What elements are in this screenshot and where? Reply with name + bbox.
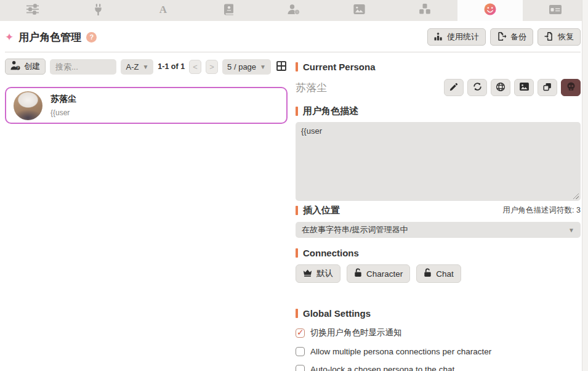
lock-chat-button[interactable]: Chat [416, 264, 461, 283]
change-avatar-button[interactable] [514, 79, 534, 96]
skull-icon [566, 82, 576, 93]
lorebook-button[interactable] [491, 79, 510, 96]
accent-bar [296, 309, 298, 318]
pagination-info: 1-1 of 1 [158, 62, 185, 71]
position-title: 插入位置 [303, 205, 340, 216]
svg-text:A: A [159, 4, 167, 15]
duplicate-persona-button[interactable] [538, 79, 557, 96]
tab-user-settings[interactable] [261, 0, 326, 21]
current-persona-title: Current Persona [303, 62, 376, 72]
create-label: 创建 [24, 61, 40, 72]
sync-icon [473, 82, 482, 93]
scrollbar[interactable] [582, 0, 588, 371]
usage-stats-label: 使用统计 [447, 31, 479, 43]
globe-icon [496, 82, 505, 94]
token-counter-value: 3 [576, 206, 581, 214]
person-question-icon: ? [10, 61, 20, 72]
chart-star-icon [434, 32, 443, 43]
insert-position-select[interactable]: 在故事字符串/提示词管理器中 ▼ [296, 222, 581, 238]
tab-ai-response-settings[interactable] [0, 0, 65, 21]
sync-persona-button[interactable] [467, 79, 487, 96]
restore-button[interactable]: 恢复 [538, 28, 581, 46]
default-persona-button[interactable]: 默认 [296, 264, 340, 283]
tab-persona-management[interactable] [457, 0, 523, 21]
page-title: 用户角色管理 [18, 30, 81, 44]
lock-character-button[interactable]: Character [347, 264, 410, 283]
setting-auto-lock-persona[interactable]: Auto-lock a chosen persona to the chat [296, 365, 581, 371]
export-icon [497, 32, 507, 43]
search-input[interactable] [50, 59, 116, 75]
tab-backgrounds[interactable] [327, 0, 392, 21]
rename-persona-button[interactable] [444, 79, 464, 96]
insert-position-value: 在故事字符串/提示词管理器中 [302, 224, 408, 235]
checkbox-icon[interactable] [296, 347, 305, 356]
sort-value: A-Z [126, 62, 139, 71]
font-icon: A [158, 4, 169, 17]
import-icon [544, 32, 554, 43]
id-card-icon [549, 5, 562, 17]
tab-world-info[interactable] [196, 0, 261, 21]
page-size-select[interactable]: 5 / page ▼ [222, 59, 271, 75]
cubes-icon [419, 4, 431, 17]
tab-ai-formatting[interactable]: A [131, 0, 196, 21]
sparkle-icon: ✦ [5, 32, 14, 43]
smiley-icon [483, 2, 497, 18]
backup-label: 备份 [510, 31, 526, 43]
setting-allow-multiple-connections[interactable]: Allow multiple persona connections per c… [296, 347, 581, 356]
setting-label: Allow multiple persona connections per c… [310, 347, 491, 356]
accent-bar [296, 62, 298, 71]
setting-label: Auto-lock a chosen persona to the chat [310, 365, 454, 371]
accent-bar [296, 107, 298, 116]
checkbox-icon[interactable] [296, 365, 305, 371]
grid-icon [276, 60, 287, 73]
header-divider [5, 52, 581, 52]
token-counter: 用户角色描述词符数: 3 [503, 205, 581, 216]
persona-list-item[interactable]: 苏落尘 {{user [5, 87, 288, 124]
lock-chat-label: Chat [436, 269, 454, 279]
accent-bar [296, 248, 298, 258]
current-persona-name: 苏落尘 [296, 81, 327, 95]
restore-label: 恢复 [558, 31, 574, 43]
sliders-icon [26, 4, 39, 17]
help-icon[interactable]: ? [86, 32, 97, 43]
lock-icon [354, 268, 362, 279]
tab-api-connections[interactable] [65, 0, 131, 21]
description-title: 用户角色描述 [303, 105, 358, 117]
global-settings-title: Global Settings [303, 308, 371, 319]
tab-character-management[interactable] [523, 0, 588, 21]
grid-view-button[interactable] [275, 60, 288, 74]
create-persona-button[interactable]: ? 创建 [5, 59, 46, 75]
lock-icon [424, 268, 432, 279]
image-icon [353, 4, 365, 17]
chevron-down-icon: ▼ [142, 63, 148, 70]
delete-persona-button[interactable] [561, 79, 581, 96]
checkbox-icon[interactable] [296, 328, 305, 338]
accent-bar [296, 206, 298, 215]
next-page-button[interactable]: > [206, 60, 218, 74]
clone-icon [543, 83, 552, 93]
svg-text:?: ? [17, 66, 19, 70]
sort-select[interactable]: A-Z ▼ [121, 59, 153, 75]
image-icon [520, 83, 529, 92]
book-icon [224, 4, 233, 18]
default-label: 默认 [316, 268, 333, 279]
chevron-down-icon: ▼ [260, 63, 266, 70]
page-header: ✦ 用户角色管理 ? 使用统计 备份 恢复 [5, 28, 581, 46]
persona-item-name: 苏落尘 [50, 94, 76, 105]
connections-title: Connections [303, 248, 359, 258]
setting-show-notifications[interactable]: 切换用户角色时显示通知 [296, 327, 581, 338]
token-counter-label: 用户角色描述词符数: [503, 206, 574, 214]
user-gear-icon [288, 4, 300, 17]
tab-extensions[interactable] [392, 0, 457, 21]
prev-page-button[interactable]: < [189, 60, 201, 74]
crown-icon [303, 269, 312, 279]
persona-avatar [14, 91, 42, 120]
pencil-icon [449, 83, 458, 93]
backup-button[interactable]: 备份 [490, 28, 533, 46]
setting-label: 切换用户角色时显示通知 [310, 327, 402, 338]
usage-stats-button[interactable]: 使用统计 [427, 28, 486, 46]
page-size-value: 5 / page [227, 62, 256, 71]
lock-character-label: Character [366, 269, 403, 279]
persona-description-textarea[interactable]: {{user [296, 122, 581, 201]
persona-item-description: {{user [50, 108, 76, 117]
